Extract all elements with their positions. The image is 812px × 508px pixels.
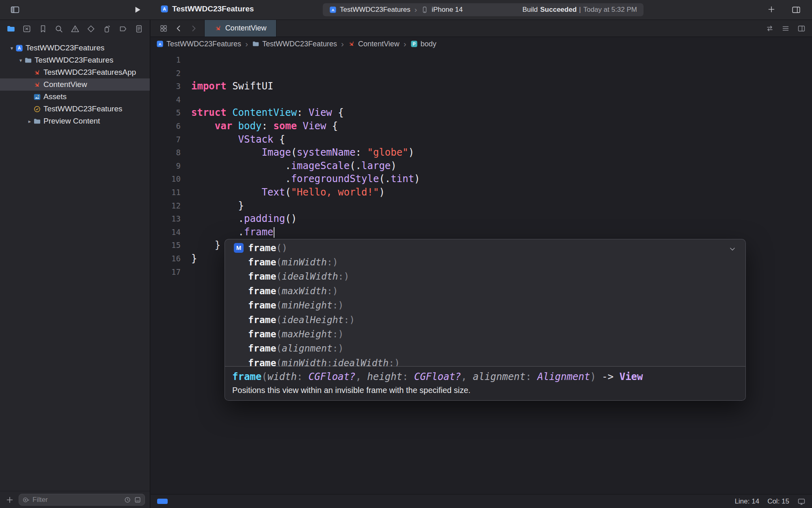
code-line[interactable]: 7 VStack { — [151, 133, 812, 146]
go-forward-icon[interactable] — [190, 24, 198, 33]
completion-item[interactable]: frame(maxHeight:) — [225, 327, 745, 341]
code-line[interactable]: 4 — [151, 93, 812, 106]
disclosure-chevron-icon[interactable]: ▾ — [8, 45, 15, 51]
code-line[interactable]: 8 Image(systemName: "globe") — [151, 146, 812, 159]
completion-item[interactable]: frame(alignment:) — [225, 341, 745, 356]
code-line[interactable]: 13 .padding() — [151, 212, 812, 226]
test-navigator-tab[interactable] — [86, 24, 96, 34]
sidebar-item-preview-content[interactable]: ▸Preview Content — [0, 115, 150, 127]
breadcrumb-item-testwwdc23features[interactable]: TestWWDC23Features — [252, 40, 337, 48]
run-destination[interactable]: iPhone 14 — [432, 6, 463, 14]
related-items-icon[interactable] — [160, 24, 168, 33]
code-line[interactable]: 12 } — [151, 199, 812, 213]
disclosure-chevron-icon[interactable]: ▸ — [26, 118, 33, 124]
recents-filter-icon[interactable] — [124, 496, 131, 504]
code-line[interactable]: 10 .foregroundStyle(.tint) — [151, 172, 812, 186]
code-line[interactable]: 11 Text("Hello, world!") — [151, 186, 812, 199]
add-file-icon[interactable] — [6, 496, 14, 504]
sidebar-item-label: ContentView — [43, 80, 87, 89]
tab-label: ContentView — [225, 24, 267, 33]
project-navigator-tree: ▾ATestWWDC23Features▾TestWWDC23FeaturesT… — [0, 38, 150, 127]
completion-item[interactable]: frame(minHeight:) — [225, 298, 745, 313]
line-number: 9 — [151, 159, 181, 173]
project-navigator-tab[interactable] — [6, 24, 16, 34]
jump-bar: ATestWWDC23Features›TestWWDC23Features›C… — [151, 37, 812, 51]
filter-scope-icon[interactable] — [22, 496, 30, 504]
swift-icon — [348, 40, 355, 48]
debug-navigator-tab[interactable] — [102, 24, 112, 34]
code-line[interactable]: 6 var body: some View { — [151, 119, 812, 133]
disclosure-chevron-icon[interactable]: ▾ — [17, 57, 24, 63]
breadcrumb-item-body[interactable]: Pbody — [410, 40, 436, 48]
svg-text:A: A — [331, 8, 334, 12]
sidebar-item-testwwdc23features[interactable]: ▾ATestWWDC23Features — [0, 42, 150, 54]
issue-navigator-tab[interactable] — [70, 24, 80, 34]
sidebar-item-contentview[interactable]: ContentView — [0, 78, 150, 91]
breadcrumb-item-testwwdc23features[interactable]: ATestWWDC23Features — [156, 40, 241, 48]
completion-description: Positions this view within an invisible … — [232, 386, 738, 395]
completion-item[interactable]: frame(minWidth:) — [225, 255, 745, 269]
completion-signature: frame(width: CGFloat?, height: CGFloat?,… — [232, 371, 738, 382]
filter-placeholder: Filter — [32, 496, 121, 504]
find-navigator-tab[interactable] — [54, 24, 64, 34]
completion-item[interactable]: frame(maxWidth:) — [225, 284, 745, 298]
breakpoint-navigator-tab[interactable] — [118, 24, 128, 34]
source-control-navigator-tab[interactable] — [22, 24, 32, 34]
display-icon[interactable] — [797, 497, 806, 506]
source-control-filter-icon[interactable] — [134, 496, 141, 504]
sidebar-item-testwwdc23features[interactable]: TestWWDC23Features — [0, 103, 150, 115]
line-number: 6 — [151, 119, 181, 133]
code-line[interactable]: 9 .imageScale(.large) — [151, 159, 812, 173]
navigator-filter-bar: Filter — [0, 491, 150, 508]
folder-icon — [6, 24, 15, 33]
project-icon: A — [156, 40, 164, 48]
chevron-down-icon[interactable] — [728, 245, 736, 253]
sidebar-item-label: Preview Content — [43, 117, 100, 126]
completion-item[interactable]: frame(idealWidth:) — [225, 269, 745, 284]
code-line[interactable]: 5struct ContentView: View { — [151, 106, 812, 119]
breadcrumb-item-contentview[interactable]: ContentView — [348, 40, 400, 48]
report-icon — [134, 24, 143, 33]
completion-item[interactable]: frame(idealHeight:) — [225, 313, 745, 327]
tab-contentview[interactable]: ContentView — [204, 20, 276, 37]
folder-icon — [33, 117, 41, 125]
line-number: 5 — [151, 106, 181, 119]
go-back-icon[interactable] — [175, 24, 183, 33]
editor-options-icon[interactable] — [782, 24, 790, 33]
editor-tab-bar: ContentView — [151, 20, 812, 37]
adjust-editor-icon[interactable] — [766, 24, 774, 33]
code-completion-popup: Mframe()frame(minWidth:)frame(idealWidth… — [225, 239, 746, 401]
project-icon: A — [15, 44, 23, 52]
code-line[interactable]: 1 — [151, 53, 812, 67]
sidebar-toggle-icon[interactable] — [11, 5, 19, 14]
swift-icon — [214, 24, 222, 32]
editor-layout-icon[interactable] — [792, 5, 801, 14]
code-line[interactable]: 14 .frame — [151, 226, 812, 239]
scheme-selector[interactable]: A TestWWDC23Features › iPhone 14 Build S… — [323, 3, 644, 16]
activity-status[interactable]: Build Succeeded | Today at 5:32 PM — [523, 6, 637, 14]
line-number: 11 — [151, 186, 181, 199]
sidebar-item-label: TestWWDC23Features — [26, 43, 104, 52]
code-line[interactable]: 3import SwiftUI — [151, 80, 812, 93]
sidebar-item-testwwdc23features[interactable]: ▾TestWWDC23Features — [0, 54, 150, 66]
bookmark-icon — [39, 24, 48, 33]
status-action: Build — [523, 6, 538, 14]
filter-input[interactable]: Filter — [19, 494, 145, 506]
window-title: TestWWDC23Features — [172, 4, 254, 13]
report-navigator-tab[interactable] — [134, 24, 144, 34]
split-editor-icon[interactable] — [797, 24, 806, 33]
sidebar-item-testwwdc23featuresapp[interactable]: TestWWDC23FeaturesApp — [0, 66, 150, 78]
library-add-icon[interactable] — [767, 5, 775, 13]
xsquare-icon — [22, 24, 31, 33]
sidebar-item-assets[interactable]: Assets — [0, 91, 150, 103]
bookmark-navigator-tab[interactable] — [38, 24, 48, 34]
code-line[interactable]: 2 — [151, 67, 812, 80]
completion-item[interactable]: Mframe() — [225, 241, 745, 255]
scheme-name[interactable]: TestWWDC23Features — [340, 6, 410, 14]
method-badge-icon: M — [234, 243, 244, 253]
completion-documentation: frame(width: CGFloat?, height: CGFloat?,… — [225, 366, 745, 400]
completion-item[interactable]: frame(minWidth:idealWidth:) — [225, 356, 745, 366]
line-number: 14 — [151, 226, 181, 239]
status-separator: | — [579, 6, 581, 14]
run-button[interactable] — [133, 5, 142, 14]
